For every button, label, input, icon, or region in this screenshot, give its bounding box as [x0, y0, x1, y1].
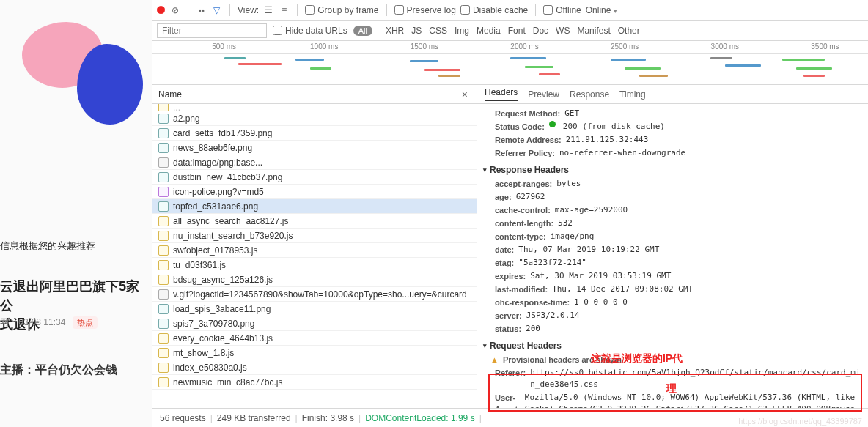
request-row[interactable]: spis7_3a709780.png: [152, 316, 477, 331]
request-row[interactable]: load_spis_3abace11.png: [152, 302, 477, 316]
recommend-label: 信息根据您的兴趣推荐: [0, 240, 95, 253]
request-row[interactable]: bdsug_async_125a126.js: [152, 272, 477, 287]
filter-type-media[interactable]: Media: [477, 26, 501, 36]
request-name: index_e50830a0.js: [173, 363, 247, 373]
timeline-bar: [803, 75, 825, 77]
filter-type-doc[interactable]: Doc: [533, 26, 548, 36]
disable-cache-checkbox[interactable]: Disable cache: [460, 5, 528, 15]
request-name: data:image/png;base...: [173, 157, 262, 168]
request-row[interactable]: newmusic_min_c8ac77bc.js: [152, 375, 477, 390]
request-name: newmusic_min_c8ac77bc.js: [173, 377, 282, 387]
request-row[interactable]: mt_show_1.8.js: [152, 346, 477, 360]
request-row[interactable]: data:image/png;base...: [152, 155, 477, 170]
preserve-log-checkbox[interactable]: Preserve log: [394, 5, 456, 15]
filter-type-font[interactable]: Font: [508, 26, 526, 36]
waterfall-timeline[interactable]: 500 ms1000 ms1500 ms2000 ms2500 ms3000 m…: [152, 41, 868, 85]
request-row[interactable]: news_88aeb6fe.png: [152, 141, 477, 155]
file-icon: [158, 216, 169, 226]
filter-type-img[interactable]: Img: [455, 26, 469, 36]
request-name: dustbin_new_41cbcb37.png: [173, 172, 282, 182]
request-row[interactable]: index_e50830a0.js: [152, 360, 477, 375]
header-value: GET: [564, 108, 579, 119]
request-row[interactable]: icon-police.png?v=md5: [152, 185, 477, 199]
group-by-frame-checkbox[interactable]: Group by frame: [305, 5, 378, 15]
header-key: content-type:: [495, 231, 546, 242]
timeline-bar: [639, 75, 668, 77]
timeline-bar: [525, 66, 553, 68]
request-name: bdsug_async_125a126.js: [173, 275, 273, 285]
view-large-icon[interactable]: ☰: [263, 4, 274, 15]
timeline-bar: [410, 60, 438, 62]
request-row[interactable]: card_setts_fdb17359.png: [152, 126, 477, 141]
timeline-bar: [438, 75, 460, 77]
response-headers-section[interactable]: Response Headers: [483, 164, 862, 176]
meta-source: 网: [0, 317, 9, 327]
news-headline-2[interactable]: 主播：平台仍欠公会钱: [0, 363, 117, 378]
meta-time: 03-08 11:34: [18, 317, 65, 327]
offline-checkbox[interactable]: Offline: [543, 5, 581, 15]
filter-type-all[interactable]: All: [353, 26, 372, 36]
filter-type-xhr[interactable]: XHR: [386, 26, 404, 36]
request-row[interactable]: swfobject_0178953.js: [152, 243, 477, 258]
status-finish: Finish: 3.98 s: [302, 413, 354, 423]
status-transferred: 249 KB transferred: [217, 413, 291, 423]
filter-type-js[interactable]: JS: [411, 26, 422, 36]
timeline-tick: 500 ms: [212, 42, 236, 51]
request-name: every_cookie_4644b13.js: [173, 333, 273, 344]
request-row[interactable]: nu_instant_search_b73e920.js: [152, 229, 477, 243]
header-key: expires:: [495, 270, 526, 282]
request-name: all_async_search_aac8127.js: [173, 216, 288, 226]
filter-type-other[interactable]: Other: [618, 26, 640, 36]
file-icon: [158, 289, 169, 300]
page-background: 信息根据您的兴趣推荐 云退出阿里巴巴旗下5家公 式退休 网 03-08 11:3…: [0, 0, 152, 427]
detail-tab-timing[interactable]: Timing: [619, 89, 646, 100]
detail-tab-response[interactable]: Response: [570, 89, 609, 100]
header-value: no-referrer-when-downgrade: [559, 147, 685, 159]
request-headers-section[interactable]: Request Headers: [483, 340, 862, 352]
request-name: load_spis_3abace11.png: [173, 304, 271, 314]
status-domcontentloaded: DOMContentLoaded: 1.99 s: [365, 413, 474, 423]
request-row[interactable]: all_async_search_aac8127.js: [152, 214, 477, 229]
screenshot-icon[interactable]: ▪▪: [196, 4, 207, 15]
throttle-dropdown[interactable]: Online: [586, 5, 618, 15]
network-toolbar-filter: Hide data URLs All XHRJSCSSImgMediaFontD…: [152, 21, 868, 41]
filter-icon[interactable]: ▽: [211, 4, 222, 15]
request-name: tu_d03f361.js: [173, 260, 226, 270]
request-list-panel: Name × ...a2.pngcard_setts_fdb17359.pngn…: [152, 85, 477, 408]
timeline-tick: 3000 ms: [711, 42, 739, 51]
request-row[interactable]: a2.png: [152, 111, 477, 126]
hide-data-urls-checkbox[interactable]: Hide data URLs: [273, 26, 347, 36]
close-details-icon[interactable]: ×: [459, 89, 471, 100]
file-icon: [158, 377, 169, 387]
request-row[interactable]: tu_d03f361.js: [152, 258, 477, 272]
filter-type-ws[interactable]: WS: [556, 26, 570, 36]
request-row[interactable]: v.gif?logactid=1234567890&showTab=10000&…: [152, 287, 477, 302]
detail-tab-preview[interactable]: Preview: [528, 89, 559, 100]
detail-tab-headers[interactable]: Headers: [485, 87, 518, 101]
record-button[interactable]: [157, 6, 165, 14]
clear-icon[interactable]: ⊘: [169, 4, 180, 15]
file-icon: [158, 245, 169, 256]
timeline-tick: 3500 ms: [811, 42, 839, 51]
filter-type-css[interactable]: CSS: [429, 26, 447, 36]
header-key: content-length:: [495, 218, 553, 229]
requests-column-name[interactable]: Name: [158, 89, 182, 100]
view-small-icon[interactable]: ≡: [279, 4, 290, 15]
header-value: Thu, 14 Dec 2017 09:08:02 GMT: [552, 283, 693, 295]
timeline-tick: 1000 ms: [310, 42, 338, 51]
file-icon: [158, 201, 169, 212]
filter-type-manifest[interactable]: Manifest: [577, 26, 610, 36]
filter-input[interactable]: [157, 23, 267, 38]
request-row[interactable]: every_cookie_4644b13.js: [152, 331, 477, 346]
request-row[interactable]: topfed_c531aae6.png: [152, 199, 477, 214]
header-value: Mozilla/5.0 (Windows NT 10.0; WOW64) App…: [525, 392, 862, 408]
watermark-text: https://blog.csdn.net/qq_43399787: [738, 417, 862, 426]
timeline-bar: [424, 69, 460, 71]
file-icon: [158, 143, 169, 153]
request-name: topfed_c531aae6.png: [173, 201, 258, 212]
file-icon: [158, 231, 169, 241]
timeline-bar: [238, 63, 282, 65]
timeline-bar: [796, 67, 832, 70]
timeline-bar: [295, 59, 324, 61]
request-row[interactable]: dustbin_new_41cbcb37.png: [152, 170, 477, 185]
